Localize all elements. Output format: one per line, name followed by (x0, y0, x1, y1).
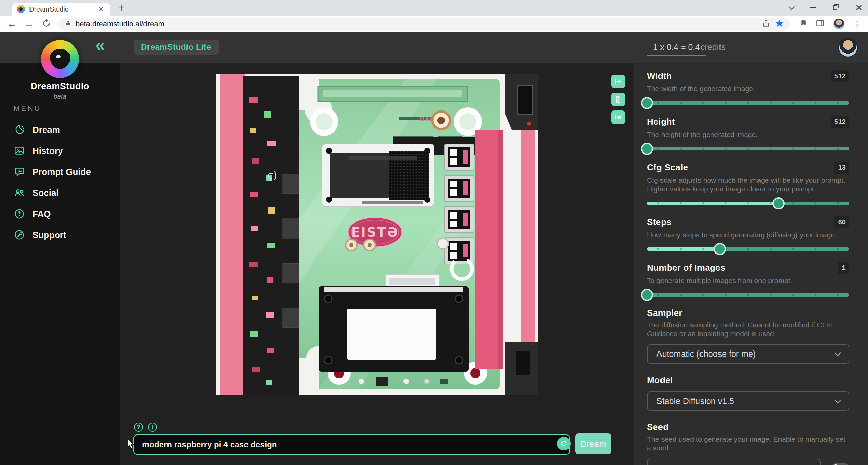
text-caret (278, 440, 278, 449)
credits-formula: 1 x 0.4 = 0.4 (647, 39, 706, 56)
sampler-label: Sampler (647, 308, 683, 318)
model-setting: Model Stable Diffusion v1.5 (647, 375, 849, 411)
model-selected-value: Stable Diffusion v1.5 (656, 396, 734, 406)
window-restore-icon[interactable] (833, 4, 839, 12)
browser-profile-avatar[interactable] (833, 19, 844, 29)
number-of-images-label: Number of Images (647, 263, 726, 273)
address-bar[interactable]: beta.dreamstudio.ai/dream (59, 18, 790, 31)
reload-icon[interactable] (42, 19, 51, 29)
brand-block: DreamStudio beta (0, 40, 120, 100)
sampler-dropdown[interactable]: Automatic (choose for me) (647, 344, 849, 364)
window-menu-chevron-icon[interactable] (789, 4, 795, 10)
width-description: The width of the generated image. (647, 84, 849, 93)
cfg-scale-description: Cfg scale adjusts how much the image wil… (647, 176, 849, 194)
image-icon (14, 145, 25, 157)
sampler-selected-value: Automatic (choose for me) (656, 349, 756, 359)
download-image-button[interactable] (611, 93, 625, 106)
quote-bubble-icon (14, 166, 25, 178)
steps-slider[interactable] (647, 247, 849, 251)
cfg-scale-slider-handle[interactable] (772, 197, 785, 209)
help-icon[interactable]: ? (134, 423, 143, 432)
cfg-scale-label: Cfg Scale (647, 162, 688, 173)
tab-close-icon[interactable]: ✕ (97, 5, 105, 13)
height-value: 512 (831, 116, 849, 128)
question-circle-icon: ? (14, 208, 25, 220)
number-of-images-slider-handle[interactable] (641, 289, 653, 301)
share-icon[interactable] (762, 19, 770, 29)
mouse-cursor (127, 438, 136, 450)
refresh-icon (560, 440, 568, 447)
steps-value: 60 (834, 216, 849, 228)
seed-input[interactable] (647, 459, 821, 465)
settings-panel: Width 512 The width of the generated ima… (634, 63, 868, 465)
sampler-setting: Sampler The diffusion sampling method. C… (647, 308, 849, 364)
credits-label: credits (701, 42, 726, 52)
export-image-button[interactable] (611, 75, 625, 88)
rewind-history-button[interactable] (611, 110, 625, 124)
account-avatar[interactable] (838, 38, 858, 57)
chevron-down-icon (834, 350, 841, 356)
url-text: beta.dreamstudio.ai/dream (76, 20, 757, 28)
seed-description: The seed used to generate your image. En… (647, 435, 849, 452)
dream-button[interactable]: Dream (575, 433, 611, 454)
browser-tab-strip: DreamStudio ✕ + ✕ (0, 0, 868, 16)
moon-sparkle-icon (14, 124, 25, 136)
dreamstudio-favicon (17, 5, 25, 13)
people-icon (14, 187, 25, 199)
number-of-images-setting: Number of Images 1 To generate multiple … (647, 262, 849, 297)
browser-tab[interactable]: DreamStudio ✕ (12, 3, 110, 16)
menu-heading: MENU (14, 104, 41, 113)
window-minimize-icon[interactable] (810, 7, 816, 8)
lifebuoy-icon (14, 229, 25, 241)
height-label: Height (647, 117, 675, 127)
image-badge-text: EISTƏ (351, 225, 399, 240)
back-icon[interactable]: ← (7, 19, 16, 29)
prompt-help-icons: ? i (134, 423, 157, 432)
extensions-puzzle-icon[interactable] (798, 19, 807, 29)
side-panel-icon[interactable] (816, 19, 825, 29)
width-value: 512 (831, 70, 849, 82)
width-slider[interactable] (647, 101, 849, 105)
steps-description: How many steps to spend generating (diff… (647, 230, 849, 239)
chevron-down-icon (834, 397, 841, 403)
steps-slider-handle[interactable] (714, 243, 726, 255)
browser-toolbar: ← → beta.dreamstudio.ai/dream (0, 16, 868, 32)
height-setting: Height 512 The height of the generated i… (647, 116, 849, 150)
cfg-scale-setting: Cfg Scale 13 Cfg scale adjusts how much … (647, 162, 849, 205)
generation-canvas: ϛ) (120, 63, 634, 465)
browser-menu-kebab-icon[interactable]: ⋮ (853, 19, 861, 29)
model-dropdown[interactable]: Stable Diffusion v1.5 (647, 391, 849, 411)
window-close-icon[interactable]: ✕ (855, 3, 863, 13)
brand-title: DreamStudio (0, 81, 120, 92)
height-slider[interactable] (647, 147, 849, 150)
number-of-images-slider[interactable] (647, 293, 849, 297)
info-icon[interactable]: i (148, 423, 157, 432)
steps-setting: Steps 60 How many steps to spend generat… (647, 216, 849, 251)
model-label: Model (647, 375, 673, 385)
width-slider-handle[interactable] (641, 97, 653, 109)
export-right-icon (614, 77, 622, 85)
prompt-input[interactable]: modern raspberry pi 4 case design (133, 434, 570, 455)
randomize-prompt-button[interactable] (557, 437, 571, 450)
width-setting: Width 512 The width of the generated ima… (647, 70, 849, 105)
bookmark-star-icon[interactable] (775, 19, 784, 29)
number-of-images-value: 1 (838, 262, 849, 274)
cfg-scale-value: 13 (834, 162, 849, 174)
plan-badge[interactable]: DreamStudio Lite (134, 40, 219, 55)
new-tab-button[interactable]: + (118, 1, 125, 14)
sampler-description: The diffusion sampling method. Cannot be… (647, 321, 849, 338)
prompt-text: modern raspberry pi 4 case design (142, 440, 277, 449)
seed-toggle[interactable] (831, 463, 850, 465)
app-top-bar: « DreamStudio Lite 1 x 0.4 = 0.4 credits (0, 32, 868, 63)
height-slider-handle[interactable] (641, 143, 653, 155)
brand-subtitle: beta (0, 93, 120, 100)
tab-title: DreamStudio (29, 5, 93, 13)
number-of-images-description: To generate multiple images from one pro… (647, 276, 849, 285)
svg-text:?: ? (18, 210, 21, 217)
generated-image: ϛ) (216, 74, 538, 395)
forward-icon[interactable]: → (24, 19, 34, 29)
cfg-scale-slider[interactable] (647, 202, 849, 205)
dreamstudio-logo-icon (41, 40, 79, 78)
seed-label: Seed (647, 422, 668, 432)
seed-setting: Seed The seed used to generate your imag… (647, 422, 849, 465)
